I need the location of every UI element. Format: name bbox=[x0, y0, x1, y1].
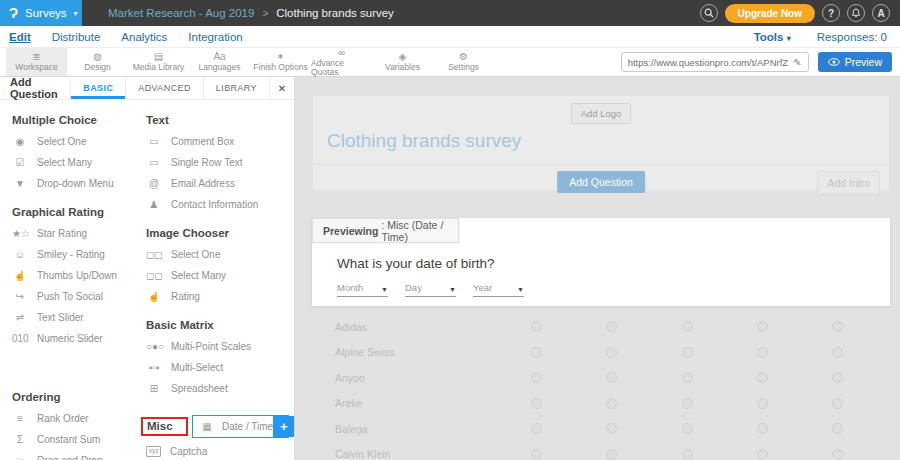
toolbar-item-variables[interactable]: ◈ Variables bbox=[372, 48, 433, 76]
matrix-row-calvin-klein: Calvin Klein bbox=[312, 442, 890, 460]
question-type-select-many[interactable]: ☑ Select Many bbox=[12, 152, 146, 173]
matrix-radio[interactable] bbox=[606, 347, 617, 358]
toolbar-item-languages[interactable]: Aa Languages bbox=[189, 48, 250, 76]
question-type-image-rating[interactable]: ☝ Rating bbox=[146, 286, 294, 307]
question-type-comment-box[interactable]: ▭ Comment Box bbox=[146, 131, 294, 152]
survey-title[interactable]: Clothing brands survey bbox=[313, 124, 889, 164]
toolbar-item-finish-options[interactable]: ✶ Finish Options bbox=[250, 48, 311, 76]
matrix-radio[interactable] bbox=[606, 398, 617, 409]
advance-quotas-icon: ∞ bbox=[338, 47, 345, 58]
nav-tab-distribute[interactable]: Distribute bbox=[52, 31, 101, 43]
panel-header: Add Question BASIC ADVANCED LIBRARY ✕ bbox=[0, 77, 294, 100]
matrix-radio[interactable] bbox=[832, 398, 843, 409]
add-intro-button[interactable]: Add Intro bbox=[817, 171, 880, 195]
avatar[interactable]: A bbox=[872, 4, 890, 22]
question-type-smiley-rating[interactable]: ☺ Smiley - Rating bbox=[12, 244, 146, 265]
chevron-down-icon: ▾ bbox=[74, 9, 78, 18]
matrix-radio[interactable] bbox=[682, 347, 693, 358]
add-question-button[interactable]: Add Question bbox=[557, 171, 645, 193]
surveys-menu[interactable]: Ɂ Surveys ▾ bbox=[0, 0, 82, 26]
question-type-text-slider[interactable]: ⇌ Text Slider bbox=[12, 307, 146, 328]
question-type-single-row-text[interactable]: ▭ Single Row Text bbox=[146, 152, 294, 173]
question-type-email-address[interactable]: @ Email Address bbox=[146, 173, 294, 194]
preview-button[interactable]: Preview bbox=[818, 52, 892, 72]
edit-url-icon[interactable]: ✎ bbox=[793, 57, 801, 68]
matrix-radio[interactable] bbox=[682, 372, 693, 383]
tab-library[interactable]: LIBRARY bbox=[203, 77, 269, 99]
matrix-radio[interactable] bbox=[832, 372, 843, 383]
year-select[interactable]: Year ▼ bbox=[473, 282, 524, 297]
matrix-radio[interactable] bbox=[531, 423, 542, 434]
question-type-contact-information[interactable]: ♟ Contact Information bbox=[146, 194, 294, 215]
question-type-date-time[interactable]: ▦ Date / Time + bbox=[192, 415, 289, 438]
question-type-image-select-one[interactable]: ◻◻ Select One bbox=[146, 244, 294, 265]
question-type-select-one[interactable]: ◉ Select One bbox=[12, 131, 146, 152]
nav-tab-integration[interactable]: Integration bbox=[188, 31, 242, 43]
matrix-radio[interactable] bbox=[531, 321, 542, 332]
question-type-drag-and-drop[interactable]: ☞ Drag and Drop bbox=[12, 450, 146, 460]
nav-tab-analytics[interactable]: Analytics bbox=[121, 31, 167, 43]
section-text: Text ▭ Comment Box ▭ Single Row Text @ E… bbox=[146, 114, 294, 215]
add-logo-button[interactable]: Add Logo bbox=[571, 103, 632, 124]
matrix-radio[interactable] bbox=[757, 398, 768, 409]
toolbar-item-media-library[interactable]: ▤ Media Library bbox=[128, 48, 189, 76]
matrix-radio[interactable] bbox=[832, 347, 843, 358]
matrix-radio[interactable] bbox=[531, 398, 542, 409]
help-button[interactable]: ? bbox=[822, 4, 840, 22]
question-type-push-to-social[interactable]: ↪ Push To Social bbox=[12, 286, 146, 307]
search-icon bbox=[704, 8, 714, 18]
matrix-radio[interactable] bbox=[757, 321, 768, 332]
matrix-radio[interactable] bbox=[757, 372, 768, 383]
tools-menu[interactable]: Tools ▾ bbox=[754, 31, 791, 43]
calendar-icon: ▦ bbox=[199, 421, 215, 432]
survey-url-input[interactable] bbox=[628, 57, 789, 68]
breadcrumb-parent-link[interactable]: Market Research - Aug 2019 bbox=[108, 7, 254, 19]
upgrade-now-button[interactable]: Upgrade Now bbox=[725, 4, 815, 23]
matrix-radio[interactable] bbox=[682, 321, 693, 332]
section-heading: Multiple Choice bbox=[12, 114, 146, 126]
matrix-radio[interactable] bbox=[531, 372, 542, 383]
close-panel-button[interactable]: ✕ bbox=[269, 77, 294, 99]
toolbar-item-workspace[interactable]: ≣ Workspace bbox=[6, 48, 67, 76]
day-select[interactable]: Day ▼ bbox=[405, 282, 456, 297]
question-type-thumbs-up-down[interactable]: ☝ Thumbs Up/Down bbox=[12, 265, 146, 286]
toolbar-item-settings[interactable]: ⚙ Settings bbox=[433, 48, 494, 76]
notifications-button[interactable] bbox=[847, 4, 865, 22]
matrix-radio[interactable] bbox=[606, 372, 617, 383]
matrix-radio[interactable] bbox=[531, 449, 542, 460]
matrix-radio[interactable] bbox=[531, 347, 542, 358]
matrix-radio[interactable] bbox=[682, 398, 693, 409]
matrix-radio[interactable] bbox=[832, 321, 843, 332]
toolbar-item-design[interactable]: ◍ Design bbox=[67, 48, 128, 76]
matrix-radio[interactable] bbox=[682, 449, 693, 460]
matrix-radio[interactable] bbox=[832, 449, 843, 460]
question-type-spreadsheet[interactable]: ⊞ Spreadsheet bbox=[146, 378, 294, 399]
settings-gear-icon: ⚙ bbox=[459, 51, 468, 62]
search-button[interactable] bbox=[700, 4, 718, 22]
month-select[interactable]: Month ▼ bbox=[337, 282, 388, 297]
matrix-radio[interactable] bbox=[682, 423, 693, 434]
matrix-radio[interactable] bbox=[606, 449, 617, 460]
matrix-radio[interactable] bbox=[757, 449, 768, 460]
question-type-star-rating[interactable]: ★☆ Star Rating bbox=[12, 223, 146, 244]
matrix-radio[interactable] bbox=[606, 423, 617, 434]
nav-tab-edit[interactable]: Edit bbox=[9, 31, 31, 43]
matrix-radio[interactable] bbox=[606, 321, 617, 332]
tab-basic[interactable]: BASIC bbox=[70, 77, 125, 99]
toolbar-item-advance-quotas[interactable]: ∞ Advance Quotas bbox=[311, 48, 372, 76]
question-type-multi-select[interactable]: ▪▫▪ Multi-Select bbox=[146, 357, 294, 378]
responses-count[interactable]: Responses: 0 bbox=[817, 31, 887, 43]
question-type-numeric-slider[interactable]: 010 Numeric Slider bbox=[12, 328, 146, 349]
add-date-time-button[interactable]: + bbox=[273, 416, 294, 437]
question-type-image-select-many[interactable]: ◻◻ Select Many bbox=[146, 265, 294, 286]
matrix-radio[interactable] bbox=[832, 423, 843, 434]
tab-advanced[interactable]: ADVANCED bbox=[125, 77, 203, 99]
question-type-captcha[interactable]: xyz Captcha bbox=[146, 441, 294, 460]
matrix-radio[interactable] bbox=[757, 347, 768, 358]
multi-point-scales-icon: ○●○ bbox=[146, 341, 162, 352]
question-type-multi-point-scales[interactable]: ○●○ Multi-Point Scales bbox=[146, 336, 294, 357]
question-type-rank-order[interactable]: ≡ Rank Order bbox=[12, 408, 146, 429]
question-type-constant-sum[interactable]: Σ Constant Sum bbox=[12, 429, 146, 450]
matrix-radio[interactable] bbox=[757, 423, 768, 434]
question-type-dropdown-menu[interactable]: ▼ Drop-down Menu bbox=[12, 173, 146, 194]
